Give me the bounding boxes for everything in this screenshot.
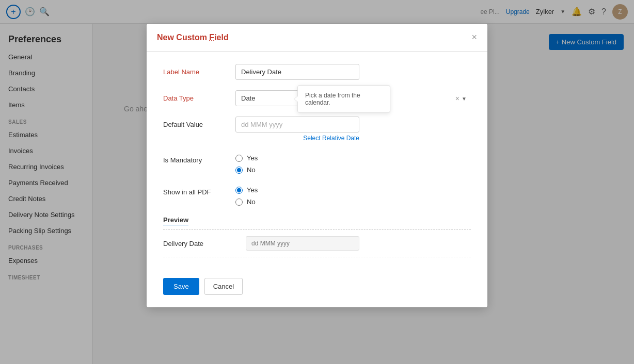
label-name-label: Label Name xyxy=(163,64,235,76)
modal-body: Label Name Data Type Date Text Number × xyxy=(147,52,487,134)
default-value-control: Select Relative Date xyxy=(235,117,471,134)
modal-close-button[interactable]: × xyxy=(471,32,477,43)
modal-title: New Custom Field xyxy=(157,33,229,42)
label-name-input[interactable] xyxy=(235,64,359,80)
modal: New Custom Field × Label Name Data Type … xyxy=(147,24,487,134)
tooltip-box: Pick a date from the calendar. xyxy=(297,85,390,113)
clear-data-type-button[interactable]: × xyxy=(455,94,459,103)
modal-overlay: New Custom Field × Label Name Data Type … xyxy=(0,0,634,134)
data-type-label: Data Type xyxy=(163,90,235,102)
label-name-control xyxy=(235,64,471,80)
data-type-row: Data Type Date Text Number × ▼ Pick a da xyxy=(163,90,471,106)
tooltip-text: Pick a date from the calendar. xyxy=(305,92,360,106)
default-value-input[interactable] xyxy=(235,117,359,133)
default-value-label: Default Value xyxy=(163,117,235,128)
default-value-row: Default Value Select Relative Date xyxy=(163,117,471,134)
chevron-down-icon: ▼ xyxy=(462,95,467,101)
label-name-row: Label Name xyxy=(163,64,471,80)
modal-header: New Custom Field × xyxy=(147,24,487,52)
